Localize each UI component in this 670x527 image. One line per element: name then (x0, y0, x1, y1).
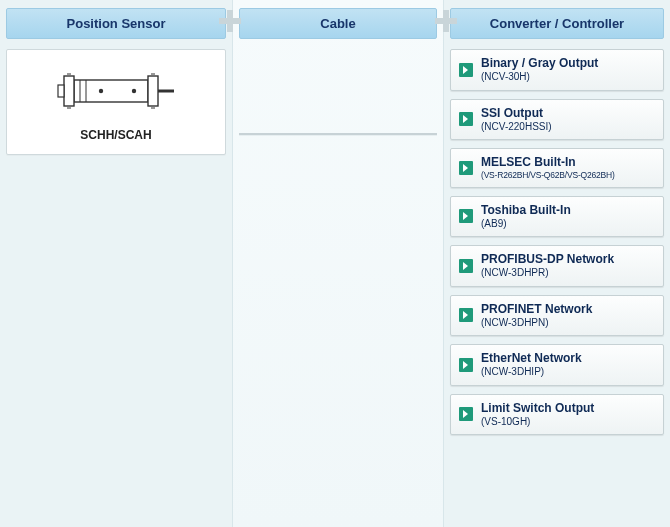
column-cable: Cable (232, 0, 444, 527)
converter-text: PROFIBUS-DP Network(NCW-3DHPR) (481, 252, 614, 280)
arrow-right-icon (459, 308, 473, 322)
converter-title: MELSEC Built-In (481, 155, 615, 170)
cable-divider-line (239, 133, 437, 135)
converter-item[interactable]: Binary / Gray Output(NCV-30H) (450, 49, 664, 91)
arrow-right-icon (459, 209, 473, 223)
converter-subtitle: (VS-R262BH/VS-Q62B/VS-Q262BH) (481, 170, 615, 181)
svg-rect-1 (64, 76, 74, 106)
arrow-right-icon (459, 63, 473, 77)
header-converter: Converter / Controller (450, 8, 664, 39)
converter-text: SSI Output(NCV-220HSSI) (481, 106, 552, 134)
converter-text: Binary / Gray Output(NCV-30H) (481, 56, 598, 84)
sensor-label: SCHH/SCAH (15, 128, 217, 142)
converter-title: PROFIBUS-DP Network (481, 252, 614, 267)
sensor-diagram-icon (56, 68, 176, 114)
converter-text: Toshiba Built-In(AB9) (481, 203, 571, 231)
arrow-right-icon (459, 259, 473, 273)
converter-text: Limit Switch Output(VS-10GH) (481, 401, 594, 429)
converter-list: Binary / Gray Output(NCV-30H)SSI Output(… (450, 49, 664, 435)
converter-subtitle: (NCV-220HSSI) (481, 121, 552, 134)
converter-subtitle: (NCW-3DHIP) (481, 366, 582, 379)
arrow-right-icon (459, 161, 473, 175)
converter-title: Limit Switch Output (481, 401, 594, 416)
converter-item[interactable]: PROFIBUS-DP Network(NCW-3DHPR) (450, 245, 664, 287)
svg-rect-0 (74, 80, 148, 102)
converter-title: EtherNet Network (481, 351, 582, 366)
arrow-right-icon (459, 407, 473, 421)
converter-title: Toshiba Built-In (481, 203, 571, 218)
svg-point-8 (132, 89, 136, 93)
svg-rect-2 (148, 76, 158, 106)
converter-text: EtherNet Network(NCW-3DHIP) (481, 351, 582, 379)
converter-item[interactable]: Limit Switch Output(VS-10GH) (450, 394, 664, 436)
converter-item[interactable]: Toshiba Built-In(AB9) (450, 196, 664, 238)
svg-rect-3 (58, 85, 64, 97)
arrow-right-icon (459, 112, 473, 126)
arrow-right-icon (459, 358, 473, 372)
converter-subtitle: (NCW-3DHPN) (481, 317, 592, 330)
converter-text: PROFINET Network(NCW-3DHPN) (481, 302, 592, 330)
converter-subtitle: (AB9) (481, 218, 571, 231)
converter-text: MELSEC Built-In(VS-R262BH/VS-Q62B/VS-Q26… (481, 155, 615, 181)
column-converter: Converter / Controller Binary / Gray Out… (444, 0, 670, 527)
header-position-sensor: Position Sensor (6, 8, 226, 39)
layout-container: Position Sensor SCHH/SCAH (0, 0, 670, 527)
converter-title: PROFINET Network (481, 302, 592, 317)
converter-item[interactable]: MELSEC Built-In(VS-R262BH/VS-Q62B/VS-Q26… (450, 148, 664, 188)
converter-title: Binary / Gray Output (481, 56, 598, 71)
converter-item[interactable]: SSI Output(NCV-220HSSI) (450, 99, 664, 141)
converter-item[interactable]: PROFINET Network(NCW-3DHPN) (450, 295, 664, 337)
converter-subtitle: (NCV-30H) (481, 71, 598, 84)
converter-subtitle: (VS-10GH) (481, 416, 594, 429)
converter-item[interactable]: EtherNet Network(NCW-3DHIP) (450, 344, 664, 386)
column-position-sensor: Position Sensor SCHH/SCAH (0, 0, 232, 527)
plus-icon (219, 10, 241, 32)
converter-title: SSI Output (481, 106, 552, 121)
converter-subtitle: (NCW-3DHPR) (481, 267, 614, 280)
plus-icon (435, 10, 457, 32)
sensor-card[interactable]: SCHH/SCAH (6, 49, 226, 155)
header-cable: Cable (239, 8, 437, 39)
svg-point-7 (99, 89, 103, 93)
